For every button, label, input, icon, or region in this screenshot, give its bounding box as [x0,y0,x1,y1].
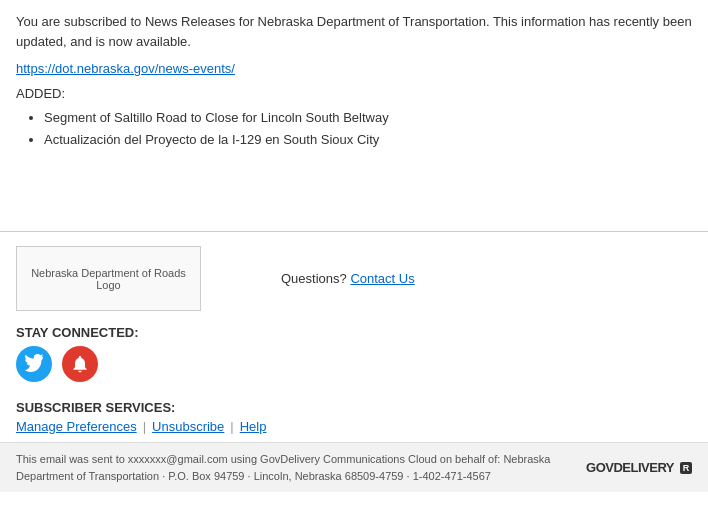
stay-connected-label: STAY CONNECTED: [16,325,692,340]
manage-preferences-link[interactable]: Manage Preferences [16,419,137,434]
news-link[interactable]: https://dot.nebraska.gov/news-events/ [16,61,235,76]
notify-icon[interactable] [62,346,98,382]
twitter-icon[interactable] [16,346,52,382]
contact-us-link[interactable]: Contact Us [350,271,414,286]
email-body: You are subscribed to News Releases for … [0,0,708,171]
govdelivery-brand: GOVDELIVERY R [586,460,692,475]
footer-email-text: This email was sent to xxxxxxx@gmail.com… [16,451,556,484]
subscriber-services-section: SUBSCRIBER SERVICES: Manage Preferences … [0,400,708,442]
footer-bottom: This email was sent to xxxxxxx@gmail.com… [0,442,708,492]
subscriber-services-label: SUBSCRIBER SERVICES: [16,400,692,415]
footer-top: Nebraska Department of Roads Logo Questi… [0,232,708,321]
added-items-list: Segment of Saltillo Road to Close for Li… [16,107,692,151]
agency-logo-text: Nebraska Department of Roads Logo [17,263,200,295]
social-icons [16,346,692,382]
help-link[interactable]: Help [240,419,267,434]
unsubscribe-link[interactable]: Unsubscribe [152,419,224,434]
subscriber-links: Manage Preferences | Unsubscribe | Help [16,419,692,434]
govdelivery-label: GOVDELIVERY [586,460,674,475]
separator-1: | [143,419,146,434]
intro-text: You are subscribed to News Releases for … [16,12,692,51]
govdelivery-badge: R [680,462,692,474]
questions-text: Questions? [281,271,347,286]
separator-2: | [230,419,233,434]
agency-logo-box: Nebraska Department of Roads Logo [16,246,201,311]
list-item: Segment of Saltillo Road to Close for Li… [44,107,692,129]
stay-connected-section: STAY CONNECTED: [0,321,708,400]
list-item: Actualización del Proyecto de la I-129 e… [44,129,692,151]
added-label: ADDED: [16,86,692,101]
questions-section: Questions? Contact Us [221,271,415,286]
